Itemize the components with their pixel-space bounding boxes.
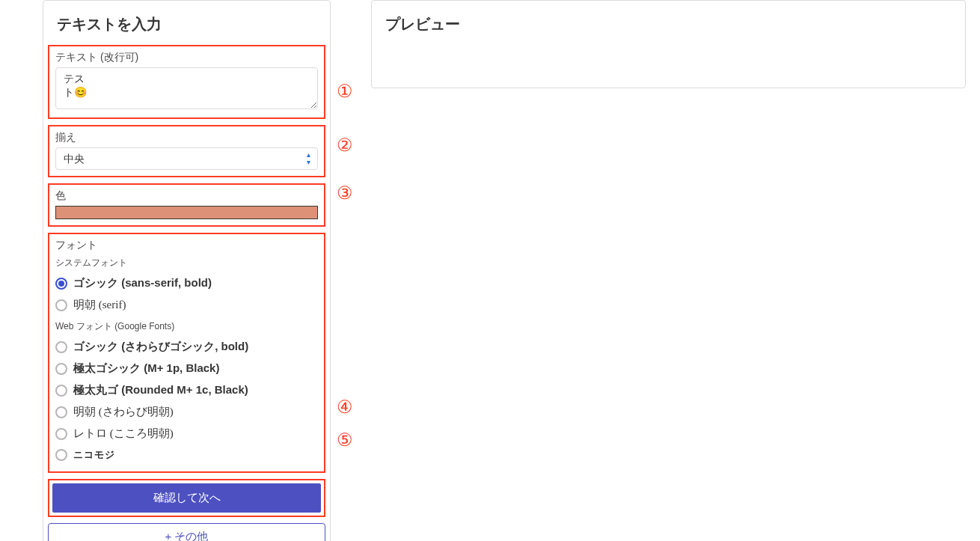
- radio-icon: [55, 341, 67, 353]
- font-option[interactable]: ゴシック (sans-serif, bold): [55, 272, 318, 294]
- font-option-label: 明朝 (serif): [73, 298, 126, 312]
- font-option[interactable]: ゴシック (さわらびゴシック, bold): [55, 336, 318, 358]
- font-option-label: レトロ (こころ明朝): [73, 427, 174, 441]
- text-input-panel: テキストを入力 テキスト (改行可) 揃え 中央 ▴▾ 色: [43, 0, 331, 541]
- radio-icon: [55, 449, 67, 461]
- other-button[interactable]: + その他: [48, 523, 325, 541]
- confirm-button[interactable]: 確認して次へ: [52, 483, 321, 513]
- text-input[interactable]: [55, 67, 318, 109]
- font-option-label: ゴシック (さわらびゴシック, bold): [73, 340, 248, 354]
- radio-icon: [55, 406, 67, 418]
- font-option[interactable]: ニコモジ: [55, 444, 318, 465]
- font-option-label: 極太丸ゴ (Rounded M+ 1c, Black): [73, 383, 248, 397]
- font-option[interactable]: 極太ゴシック (M+ 1p, Black): [55, 358, 318, 379]
- font-option-label: ニコモジ: [73, 448, 115, 462]
- preview-title: プレビュー: [385, 14, 952, 34]
- radio-icon: [55, 278, 67, 290]
- annotation-number: ④: [337, 398, 358, 416]
- font-option-label: ゴシック (sans-serif, bold): [73, 276, 212, 290]
- annotation-column: ①②③④⑤: [337, 46, 358, 449]
- color-label: 色: [55, 189, 318, 203]
- preview-panel: プレビュー: [371, 0, 966, 88]
- buttons-row: 確認して次へ + その他: [43, 479, 330, 541]
- radio-icon: [55, 385, 67, 397]
- annotation-number: ③: [337, 184, 358, 202]
- align-select[interactable]: 中央: [55, 147, 318, 170]
- font-option[interactable]: 極太丸ゴ (Rounded M+ 1c, Black): [55, 379, 318, 401]
- confirm-button-highlight: 確認して次へ: [48, 479, 325, 517]
- annotation-number: ②: [337, 136, 358, 154]
- annotation-number: ⑤: [337, 431, 358, 449]
- radio-icon: [55, 363, 67, 375]
- section-color: 色: [48, 183, 325, 227]
- radio-icon: [55, 428, 67, 440]
- font-option[interactable]: 明朝 (さわらび明朝): [55, 401, 318, 423]
- align-label: 揃え: [55, 131, 318, 144]
- font-option[interactable]: 明朝 (serif): [55, 294, 318, 316]
- section-font: フォント システムフォント ゴシック (sans-serif, bold)明朝 …: [48, 233, 325, 473]
- font-group-system-label: システムフォント: [55, 257, 318, 269]
- panel-title: テキストを入力: [43, 1, 330, 45]
- font-option[interactable]: レトロ (こころ明朝): [55, 423, 318, 444]
- font-option-label: 明朝 (さわらび明朝): [73, 405, 174, 419]
- font-group-web-label: Web フォント (Google Fonts): [55, 320, 318, 333]
- section-text: テキスト (改行可): [48, 45, 325, 119]
- section-align: 揃え 中央 ▴▾: [48, 125, 325, 177]
- annotation-number: ①: [337, 82, 358, 100]
- text-label: テキスト (改行可): [55, 51, 318, 64]
- font-option-label: 極太ゴシック (M+ 1p, Black): [73, 361, 219, 376]
- radio-icon: [55, 299, 67, 311]
- color-picker[interactable]: [55, 206, 318, 219]
- font-label: フォント: [55, 239, 318, 252]
